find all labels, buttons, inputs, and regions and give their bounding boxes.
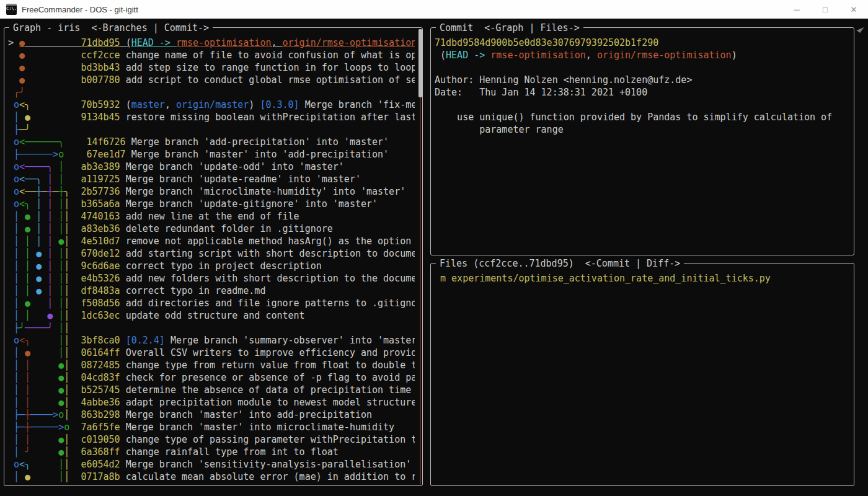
commit-detail-line: Date: Thu Jan 14 12:38:31 2021 +0100 xyxy=(435,86,848,99)
commit-row[interactable]: │ ╯ ●│ 6a368ff change rainfall type from… xyxy=(8,446,415,458)
commit-row[interactable]: │ │ ● │ ││ 670de12 add starting script w… xyxy=(8,247,415,260)
commit-row[interactable]: ├╯────╯ ││ xyxy=(8,322,415,334)
commit-panel: Commit<-Graph | Files-> 71dbd9584d900b5e… xyxy=(430,27,854,255)
window-titlebar: C:\. FreeCommander - DOS - git-igitt ─ □… xyxy=(0,0,868,19)
commit-row[interactable]: │ │ ●│ 04cd83f check for presence or abs… xyxy=(8,371,415,384)
changed-files-list: m experiments/optimise_activation_rate_a… xyxy=(431,264,854,485)
commit-graph: > ● 71dbd95 (HEAD -> rmse-optimisation, … xyxy=(4,28,422,485)
commit-detail-line: 71dbd9584d900b5e0d83e3076979392502b1f290 xyxy=(435,37,848,49)
commit-detail-line: parameter range xyxy=(435,123,848,136)
commit-row[interactable]: ╭╯ xyxy=(8,86,415,99)
commit-row[interactable]: │ │ ● │ ││ df8483a correct typo in readm… xyxy=(8,285,415,297)
commit-row[interactable]: │ │ ● │ ││ e4b5326 add new folders with … xyxy=(8,272,415,285)
commit-row[interactable]: │ │ │ │ ●│ 4e510d7 remove not applicable… xyxy=(8,235,415,247)
commit-row[interactable]: o<──────╮ 14f6726 Merge branch 'add-prec… xyxy=(8,136,415,148)
console-app-icon: C:\. xyxy=(6,4,17,15)
commit-row[interactable]: o<╮ │ │ ││ b365a6a Merge branch 'update-… xyxy=(8,198,415,210)
commit-row[interactable]: o<──╮ │ │ a119725 Merge branch 'update-r… xyxy=(8,173,415,185)
mouse-cursor xyxy=(856,25,864,33)
files-panel: Files (ccf2cce..71dbd95)<-Commit | Diff-… xyxy=(430,263,854,486)
commit-row[interactable]: ● ccf2cce change name of file to avoid c… xyxy=(8,49,415,61)
commit-row[interactable]: │ ● ││ 06164ff Overall CSV writers to im… xyxy=(8,347,415,359)
commit-row[interactable]: │ ● │ ││ f508d56 add directories and fil… xyxy=(8,297,415,309)
commit-detail-line xyxy=(435,61,848,74)
commit-row[interactable]: │ │ ●│ 0872485 change type from return v… xyxy=(8,359,415,371)
changed-file-row[interactable]: m experiments/optimise_activation_rate_a… xyxy=(435,272,848,285)
commit-row[interactable]: ● b007780 add script to conduct global r… xyxy=(8,74,415,86)
commit-row[interactable]: │ │ ●│ c019050 change type of passing pa… xyxy=(8,433,415,446)
commit-row[interactable]: │ ● 9134b45 restore missing boolean with… xyxy=(8,111,415,123)
commit-row[interactable]: ├─╯ xyxy=(8,123,415,136)
commit-row[interactable]: o<────╮ │ ab3e389 Merge branch 'update-o… xyxy=(8,161,415,173)
commit-row[interactable]: │ │ ● │ ││ 9c6d6ae correct typo in proje… xyxy=(8,260,415,272)
graph-scrollbar-thumb[interactable] xyxy=(418,29,422,97)
graph-scrollbar-track[interactable] xyxy=(420,29,421,484)
commit-row[interactable]: │ ● ││ 0717a8b calculate mean absolute e… xyxy=(8,471,415,483)
commit-row[interactable]: ├─┼────>o│ 863b298 Merge branch 'master'… xyxy=(8,409,415,421)
commit-row[interactable]: │ │ ●│ 4abbe36 adapt precipitation modul… xyxy=(8,396,415,409)
commit-row[interactable]: │ │ ●│ b525745 determine the absence of … xyxy=(8,384,415,396)
commit-detail-line: Author: Henning Nolzen <henning.nolzen@u… xyxy=(435,74,848,86)
commit-row[interactable]: o<╮ ││ 3bf8ca0 [0.2.4] Merge branch 'sum… xyxy=(8,334,415,347)
commit-row-selected[interactable]: > ● 71dbd95 (HEAD -> rmse-optimisation, … xyxy=(8,37,415,49)
commit-row[interactable]: o<╮ ││ e6054d2 Merge branch 'sensitivity… xyxy=(8,458,415,471)
commit-detail-line xyxy=(435,99,848,111)
close-button[interactable]: ✕ xyxy=(839,0,868,19)
commit-detail-line: (HEAD -> rmse-optimisation, origin/rmse-… xyxy=(435,49,848,61)
commit-row[interactable]: │ ● │ │ ││ 4740163 add new line at the e… xyxy=(8,210,415,223)
window-title: FreeCommander - DOS - git-igitt xyxy=(22,5,138,14)
graph-panel: Graph - iris<-Branches | Commit-> > ● 71… xyxy=(4,27,423,486)
window-controls: ─ □ ✕ xyxy=(782,0,868,19)
commit-row[interactable]: ● bd3bb43 add step size to range functio… xyxy=(8,61,415,74)
commit-row[interactable]: o<╮ 70b5932 (master, origin/master) [0.3… xyxy=(8,99,415,111)
minimize-button[interactable]: ─ xyxy=(782,0,811,19)
commit-row[interactable]: │ ● │ │ ││ a83eb36 delete redundant fold… xyxy=(8,223,415,235)
commit-row[interactable]: ├──────>o 67ee1d7 Merge branch 'master' … xyxy=(8,148,415,161)
commit-details: 71dbd9584d900b5e0d83e3076979392502b1f290… xyxy=(431,28,854,255)
commit-row[interactable]: o<──┼─┼─┼╮ 2b57736 Merge branch 'microcl… xyxy=(8,185,415,198)
commit-row[interactable]: │ │ ● ││ 1dc63ec update odd structure an… xyxy=(8,309,415,322)
commit-detail-line: use unique() function provided by Pandas… xyxy=(435,111,848,123)
maximize-button[interactable]: □ xyxy=(811,0,839,19)
commit-row[interactable]: ├─┼─────>o 7a6f5fe Merge branch 'master'… xyxy=(8,421,415,433)
